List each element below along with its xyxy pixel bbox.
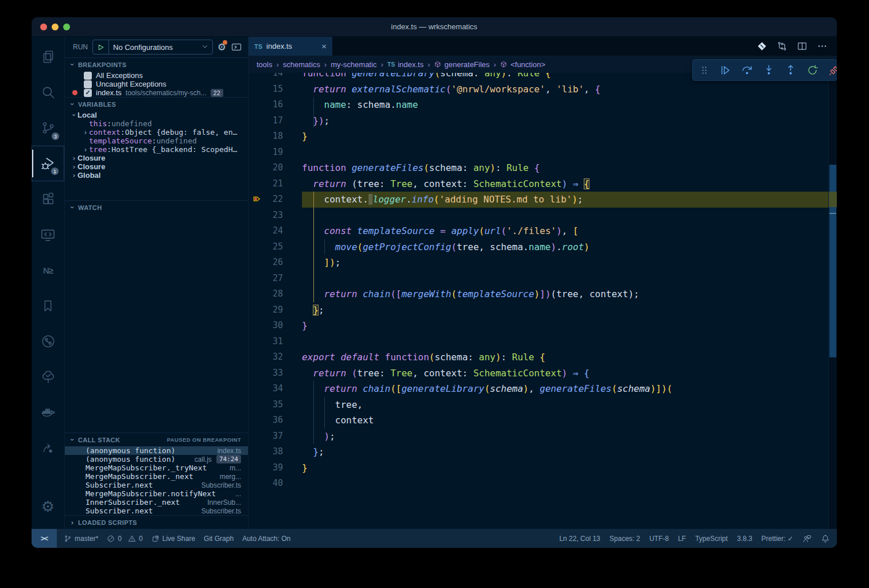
code-line[interactable]: 15 return externalSchematic('@nrwl/works… (249, 81, 828, 98)
editor-gutter[interactable]: 37 (249, 429, 302, 445)
code-line[interactable]: 18} (249, 128, 828, 145)
editor-gutter[interactable]: 40 (249, 476, 302, 492)
breakpoint-row[interactable]: All Exceptions (65, 71, 248, 80)
variable-scope-row[interactable]: ›Local (65, 111, 248, 119)
editor-gutter[interactable]: 21 (249, 176, 302, 192)
code-line[interactable]: 35 tree, (249, 397, 828, 413)
close-tab-icon[interactable]: × (321, 41, 327, 51)
code-line[interactable]: 38 }; (249, 444, 828, 460)
step-into-icon[interactable] (763, 64, 775, 76)
status-item-encoding[interactable]: UTF-8 (649, 535, 669, 543)
variable-scope-row[interactable]: ›Global (65, 171, 248, 180)
code-line[interactable]: 25 move(getProjectConfig(tree, schema.na… (249, 239, 828, 255)
call-stack-frame[interactable]: MergeMapSubscriber._tryNextm... (65, 464, 248, 472)
activity-item-bookmarks[interactable] (32, 288, 64, 324)
variable-scope-row[interactable]: ›Closure (65, 162, 248, 171)
editor-gutter[interactable]: 27 (249, 271, 302, 287)
activity-item-git-graph[interactable] (32, 324, 64, 359)
activity-item-todo-tree[interactable] (32, 359, 64, 395)
editor-gutter[interactable]: 35 (249, 397, 302, 413)
format-icon[interactable] (757, 41, 767, 52)
status-item-live-share[interactable]: Live Share (152, 535, 195, 543)
code-line[interactable]: 36 context (249, 412, 828, 429)
editor-gutter[interactable]: 14 (249, 73, 302, 81)
code-line[interactable]: 27 (249, 271, 828, 287)
maximize-window-button[interactable] (63, 24, 70, 30)
minimize-window-button[interactable] (52, 24, 59, 30)
step-over-icon[interactable] (741, 64, 753, 76)
breakpoint-row[interactable]: ✓index.tstools/schematics/my-sch...22 (65, 88, 248, 97)
editor-gutter[interactable]: 25 (249, 239, 302, 255)
call-stack-frame[interactable]: MergeMapSubscriber.notifyNext... (65, 489, 248, 498)
editor-gutter[interactable]: 22 (249, 192, 302, 208)
breakpoint-checkbox[interactable]: ✓ (84, 89, 92, 97)
code-line[interactable]: 21 return (tree: Tree, context: Schemati… (249, 176, 828, 192)
status-item-indentation[interactable]: Spaces: 2 (610, 535, 640, 543)
more-actions-icon[interactable] (817, 41, 828, 52)
variable-row[interactable]: this: undefined (65, 119, 248, 128)
close-window-button[interactable] (40, 24, 47, 30)
status-item-git-graph[interactable]: Git Graph (204, 535, 234, 543)
editor-gutter[interactable]: 20 (249, 160, 302, 176)
debug-settings-gear-icon[interactable]: ⚙ (218, 41, 226, 53)
breadcrumb-item[interactable]: TSindex.ts (387, 60, 424, 69)
editor-gutter[interactable]: 26 (249, 255, 302, 271)
breakpoint-row[interactable]: Uncaught Exceptions (65, 80, 248, 88)
code-line[interactable]: 16 name: schema.name (249, 97, 828, 113)
code-line[interactable]: 33 return (tree: Tree, context: Schemati… (249, 365, 828, 381)
editor-gutter[interactable]: 33 (249, 365, 302, 381)
variable-row[interactable]: ›tree: HostTree {_backend: ScopedH… (65, 145, 248, 154)
call-stack-frame[interactable]: Subscriber.nextSubscriber.ts (65, 481, 248, 489)
breadcrumb-item[interactable]: generateFiles (434, 60, 490, 69)
call-stack-section-header[interactable]: › CALL STACK PAUSED ON BREAKPOINT (65, 433, 248, 446)
code-line[interactable]: 19 (249, 145, 828, 161)
editor-gutter[interactable]: 18 (249, 128, 302, 145)
editor-gutter[interactable]: 15 (249, 81, 302, 98)
editor-gutter[interactable]: 19 (249, 145, 302, 161)
call-stack-frame[interactable]: (anonymous function)index.ts (65, 446, 248, 455)
activity-item-docker[interactable] (32, 395, 64, 430)
activity-item-search[interactable] (32, 75, 64, 110)
code-editor[interactable]: 14function generateLibrary(schema: any):… (249, 73, 837, 529)
editor-gutter[interactable]: 34 (249, 381, 302, 397)
loaded-scripts-section-header[interactable]: › LOADED SCRIPTS (65, 515, 248, 529)
activity-item-explorer[interactable] (32, 39, 64, 75)
drag-handle-icon[interactable] (700, 65, 709, 75)
code-line[interactable]: 26 ]); (249, 255, 828, 271)
activity-item-live-share[interactable] (32, 430, 64, 466)
call-stack-frame[interactable]: (anonymous function)call.js74:24 (65, 455, 248, 464)
status-item-feedback[interactable] (802, 534, 812, 543)
editor-gutter[interactable]: 30 (249, 318, 302, 334)
breadcrumb-item[interactable]: my-schematic (331, 60, 377, 69)
breakpoint-checkbox[interactable] (84, 80, 92, 88)
code-line[interactable]: 32export default function(schema: any): … (249, 349, 828, 365)
breadcrumb-item[interactable]: <function> (500, 60, 545, 69)
variable-scope-row[interactable]: ›Closure (65, 154, 248, 162)
code-line[interactable]: 23 (249, 208, 828, 224)
status-item-cursor-position[interactable]: Ln 22, Col 13 (559, 535, 600, 543)
activity-item-extensions[interactable] (32, 181, 64, 217)
editor-gutter[interactable]: 23 (249, 208, 302, 224)
status-item-prettier[interactable]: Prettier: ✓ (762, 535, 793, 543)
code-line[interactable]: 31 (249, 334, 828, 350)
compare-changes-icon[interactable] (777, 41, 787, 52)
editor-gutter[interactable]: 31 (249, 334, 302, 350)
code-line[interactable]: 22 context.logger.info('adding NOTES.md … (249, 192, 828, 208)
disconnect-icon[interactable] (828, 64, 837, 76)
call-stack-frame[interactable]: InnerSubscriber._nextInnerSub... (65, 498, 248, 507)
editor-gutter[interactable]: 39 (249, 460, 302, 476)
editor-gutter[interactable]: 32 (249, 349, 302, 365)
status-item-auto-attach[interactable]: Auto Attach: On (242, 535, 290, 543)
code-line[interactable]: 29 }; (249, 302, 828, 318)
code-line[interactable]: 28 return chain([mergeWith(templateSourc… (249, 286, 828, 302)
code-line[interactable]: 24 const templateSource = apply(url('./f… (249, 223, 828, 239)
editor-scrollbar[interactable] (828, 73, 837, 529)
code-line[interactable]: 20function generateFiles(schema: any): R… (249, 160, 828, 176)
breakpoint-checkbox[interactable] (84, 72, 92, 80)
breadcrumb-item[interactable]: tools (257, 60, 272, 69)
debug-console-icon[interactable] (231, 41, 242, 53)
variable-row[interactable]: ›context: Object {debug: false, en… (65, 128, 248, 137)
editor-gutter[interactable]: 38 (249, 444, 302, 460)
code-line[interactable]: 17 }); (249, 113, 828, 129)
code-line[interactable]: 34 return chain([generateLibrary(schema)… (249, 381, 828, 397)
